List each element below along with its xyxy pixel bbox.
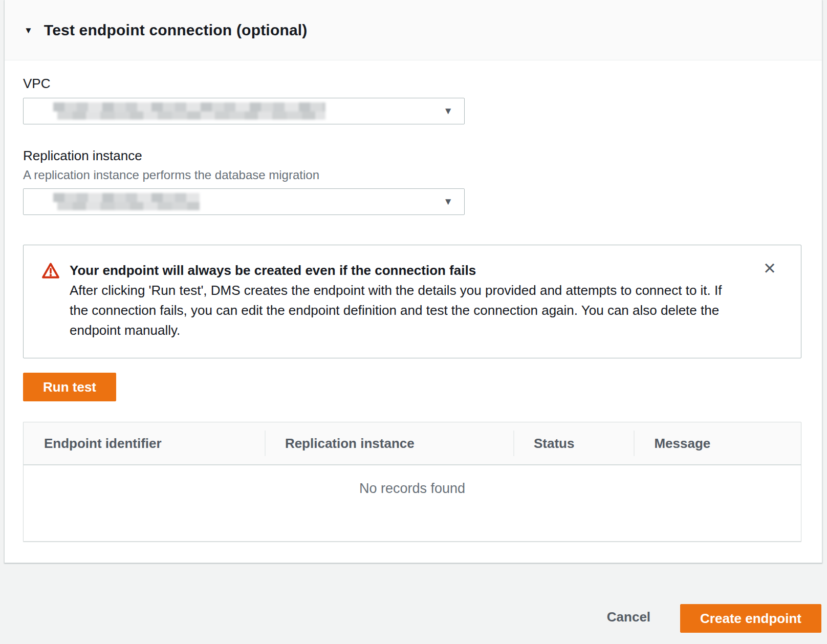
cancel-button[interactable]: Cancel <box>597 609 661 625</box>
vpc-label: VPC <box>23 76 800 92</box>
table-body: No records found <box>24 465 801 541</box>
warning-alert: Your endpoint will always be created eve… <box>23 245 801 358</box>
section-header-toggle[interactable]: ▼ Test endpoint connection (optional) <box>5 0 822 60</box>
dropdown-arrow-icon: ▼ <box>443 196 453 207</box>
column-header-status: Status <box>513 422 634 464</box>
dropdown-arrow-icon: ▼ <box>443 105 453 117</box>
column-header-message: Message <box>634 422 801 464</box>
replication-instance-description: A replication instance performs the data… <box>23 168 800 182</box>
replication-instance-redacted-value <box>53 193 200 210</box>
warning-alert-text: Your endpoint will always be created eve… <box>70 261 735 340</box>
warning-alert-body: After clicking 'Run test', DMS creates t… <box>70 281 735 340</box>
column-header-replication-instance: Replication instance <box>265 422 513 464</box>
warning-icon <box>41 262 60 280</box>
table-header-row: Endpoint identifier Replication instance… <box>24 422 801 465</box>
collapse-triangle-icon: ▼ <box>24 26 33 36</box>
replication-instance-label: Replication instance <box>23 148 800 164</box>
test-endpoint-connection-section: ▼ Test endpoint connection (optional) VP… <box>4 0 822 563</box>
vpc-redacted-value <box>53 102 325 120</box>
vpc-select[interactable]: ▼ <box>23 98 465 124</box>
empty-state-text: No records found <box>24 465 801 497</box>
column-header-endpoint-identifier: Endpoint identifier <box>24 422 265 464</box>
close-icon[interactable]: ✕ <box>761 259 778 278</box>
form-footer: Cancel Create endpoint <box>0 563 827 644</box>
section-body: VPC ▼ Replication instance A replication… <box>5 60 822 542</box>
warning-alert-title: Your endpoint will always be created eve… <box>70 261 735 280</box>
run-test-button[interactable]: Run test <box>23 373 116 401</box>
replication-instance-select[interactable]: ▼ <box>23 188 465 215</box>
create-endpoint-button[interactable]: Create endpoint <box>680 604 821 633</box>
test-results-table: Endpoint identifier Replication instance… <box>23 422 801 542</box>
section-title: Test endpoint connection (optional) <box>44 22 308 39</box>
